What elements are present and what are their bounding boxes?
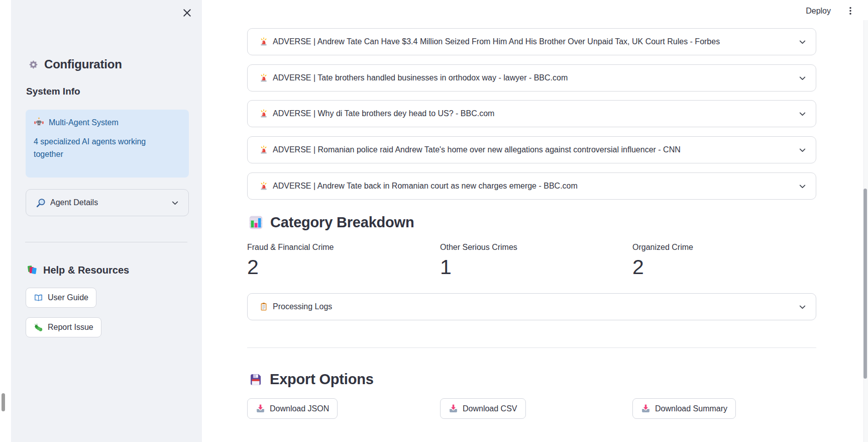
metric-label: Other Serious Crimes xyxy=(440,243,621,252)
floppy-disk-icon xyxy=(248,372,263,387)
sidebar-title-text: Configuration xyxy=(44,57,122,71)
content-divider xyxy=(247,347,816,348)
category-breakdown-heading: Category Breakdown xyxy=(248,214,414,231)
download-json-button[interactable]: Download JSON xyxy=(247,398,338,419)
chevron-down-icon xyxy=(797,181,808,192)
chevron-down-icon xyxy=(797,302,808,312)
export-options-heading: Export Options xyxy=(248,371,374,388)
article-expander-3[interactable]: ADVERSE | Why di Tate brothers dey head … xyxy=(247,100,816,127)
siren-icon xyxy=(259,182,268,191)
left-scrollbar-handle[interactable] xyxy=(2,393,5,411)
chevron-down-icon xyxy=(797,145,808,155)
siren-icon xyxy=(259,73,268,82)
chevron-down-icon xyxy=(797,109,808,119)
header-actions: Deploy xyxy=(805,4,857,18)
sidebar-divider xyxy=(25,242,187,242)
info-box-description: 4 specialized AI agents working together xyxy=(34,135,174,160)
siren-icon xyxy=(259,37,268,46)
download-json-label: Download JSON xyxy=(270,404,329,413)
article-title: ADVERSE | Andrew Tate back in Romanian c… xyxy=(273,182,578,191)
article-expander-5[interactable]: ADVERSE | Andrew Tate back in Romanian c… xyxy=(247,172,816,200)
open-book-icon xyxy=(34,293,43,303)
processing-logs-label: Processing Logs xyxy=(273,302,332,311)
siren-icon xyxy=(259,109,268,118)
user-guide-button[interactable]: User Guide xyxy=(26,288,96,308)
processing-logs-expander[interactable]: Processing Logs xyxy=(247,293,816,320)
download-summary-label: Download Summary xyxy=(655,404,727,413)
agent-details-expander[interactable]: Agent Details xyxy=(26,189,189,216)
agent-details-label: Agent Details xyxy=(50,198,98,207)
chevron-down-icon xyxy=(797,37,808,47)
article-title: ADVERSE | Romanian police raid Andrew Ta… xyxy=(273,145,681,154)
article-title: ADVERSE | Tate brothers handled business… xyxy=(273,73,568,82)
metric-value: 2 xyxy=(247,255,428,279)
bar-chart-icon xyxy=(248,215,264,230)
help-resources-heading: Help & Resources xyxy=(27,264,129,276)
siren-icon xyxy=(259,145,268,154)
system-info-box: Multi-Agent System 4 specialized AI agen… xyxy=(26,110,189,178)
vertical-scrollbar-thumb[interactable] xyxy=(863,189,867,379)
robot-icon xyxy=(34,117,44,128)
sidebar-title: Configuration xyxy=(27,57,122,71)
info-box-title: Multi-Agent System xyxy=(49,118,119,127)
metric-value: 2 xyxy=(632,255,813,279)
article-expander-2[interactable]: ADVERSE | Tate brothers handled business… xyxy=(247,64,816,92)
magnifier-icon xyxy=(36,198,46,208)
download-summary-button[interactable]: Download Summary xyxy=(632,398,736,419)
chevron-down-icon xyxy=(170,198,180,208)
close-icon xyxy=(181,7,193,19)
download-csv-label: Download CSV xyxy=(463,404,517,413)
report-issue-button[interactable]: Report Issue xyxy=(26,317,101,337)
article-title: ADVERSE | Andrew Tate Can Have $3.4 Mill… xyxy=(273,37,720,46)
category-breakdown-title: Category Breakdown xyxy=(270,214,414,231)
deploy-button[interactable]: Deploy xyxy=(805,5,832,18)
download-csv-button[interactable]: Download CSV xyxy=(440,398,526,419)
metric-organized-crime: Organized Crime 2 xyxy=(632,243,813,279)
metric-value: 1 xyxy=(440,255,621,279)
sidebar: Configuration System Info Multi-Agent Sy… xyxy=(11,0,202,442)
article-expander-4[interactable]: ADVERSE | Romanian police raid Andrew Ta… xyxy=(247,136,816,163)
metric-other-serious-crimes: Other Serious Crimes 1 xyxy=(440,243,621,279)
gear-icon xyxy=(27,58,40,71)
metric-fraud-financial-crime: Fraud & Financial Crime 2 xyxy=(247,243,428,279)
article-expander-1[interactable]: ADVERSE | Andrew Tate Can Have $3.4 Mill… xyxy=(247,28,816,55)
user-guide-label: User Guide xyxy=(48,293,88,302)
sidebar-close-button[interactable] xyxy=(180,6,194,20)
kebab-menu-icon xyxy=(845,5,856,17)
inbox-download-icon xyxy=(449,404,458,413)
bug-icon xyxy=(34,323,43,332)
app-window: Configuration System Info Multi-Agent Sy… xyxy=(0,0,868,442)
report-issue-label: Report Issue xyxy=(48,323,93,332)
export-options-title: Export Options xyxy=(270,371,374,388)
metric-label: Organized Crime xyxy=(632,243,813,252)
chevron-down-icon xyxy=(797,73,808,83)
main-menu-button[interactable] xyxy=(844,4,857,18)
books-icon xyxy=(27,264,38,276)
inbox-download-icon xyxy=(256,404,265,413)
help-resources-text: Help & Resources xyxy=(43,264,129,276)
system-info-heading: System Info xyxy=(26,86,80,97)
clipboard-icon xyxy=(259,302,268,311)
inbox-download-icon xyxy=(641,404,650,413)
metric-label: Fraud & Financial Crime xyxy=(247,243,428,252)
article-title: ADVERSE | Why di Tate brothers dey head … xyxy=(273,109,494,118)
